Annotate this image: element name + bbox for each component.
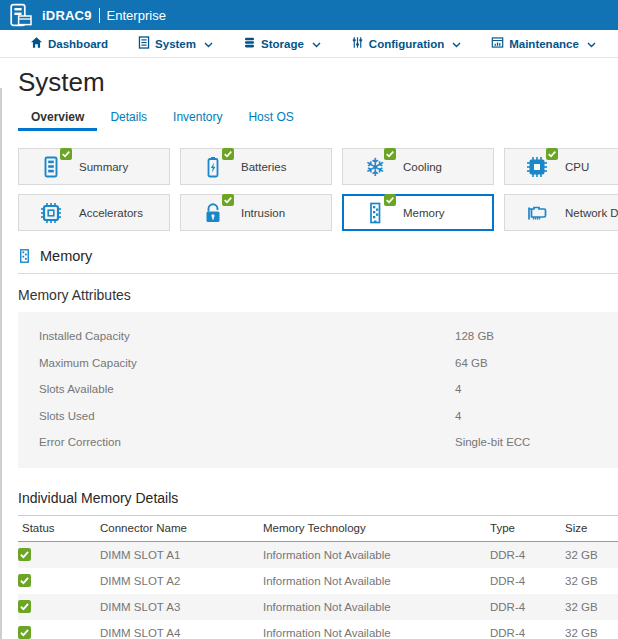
nav-system[interactable]: System: [138, 36, 213, 51]
connector-name: DIMM SLOT A3: [96, 601, 259, 613]
chevron-down-icon: [452, 38, 461, 50]
connector-name: DIMM SLOT A2: [96, 575, 259, 587]
tile-label: Network Devices: [565, 207, 618, 219]
table-header-row: Status Connector Name Memory Technology …: [18, 516, 618, 542]
maintenance-icon: [491, 36, 504, 51]
tab-inventory[interactable]: Inventory: [160, 106, 235, 131]
attribute-value: 64 GB: [455, 357, 618, 369]
idrac-logo-icon: [9, 3, 33, 27]
status-ok-badge: [384, 148, 396, 160]
table-row: DIMM SLOT A2 Information Not Available D…: [18, 568, 618, 594]
status-ok-badge: [60, 148, 72, 160]
tile-network-devices[interactable]: Network Devices: [504, 194, 618, 231]
attribute-label: Error Correction: [18, 436, 455, 448]
brand-name: iDRAC9: [42, 8, 92, 23]
tile-cpu[interactable]: CPU: [504, 148, 618, 185]
section-title: Memory: [40, 248, 92, 264]
attribute-value: 128 GB: [455, 330, 618, 342]
attribute-label: Slots Used: [18, 410, 455, 422]
tile-memory[interactable]: Memory: [342, 194, 494, 231]
attribute-label: Slots Available: [18, 383, 455, 395]
snowflake-icon: ❄: [365, 155, 386, 179]
status-ok-icon: [18, 600, 31, 613]
table-row: DIMM SLOT A1 Information Not Available D…: [18, 542, 618, 568]
configuration-icon: [351, 36, 364, 51]
attribute-value: 4: [455, 383, 618, 395]
col-status: Status: [18, 522, 96, 534]
app-header: iDRAC9 Enterprise: [0, 0, 618, 30]
system-icon: [138, 36, 150, 51]
system-tabs: Overview Details Inventory Host OS: [18, 106, 618, 131]
tile-summary[interactable]: Summary: [18, 148, 170, 185]
tab-host-os[interactable]: Host OS: [235, 106, 306, 131]
tile-accelerators[interactable]: Accelerators: [18, 194, 170, 231]
network-card-icon: [525, 201, 549, 225]
status-ok-badge: [222, 148, 234, 160]
status-ok-badge: [384, 194, 396, 206]
health-tiles: Summary Batteries ❄ Cooling CPU Accelera…: [18, 148, 618, 231]
brand-edition: Enterprise: [107, 8, 166, 23]
status-ok-badge: [222, 194, 234, 206]
tab-details[interactable]: Details: [97, 106, 160, 131]
tile-intrusion[interactable]: Intrusion: [180, 194, 332, 231]
status-ok-icon: [18, 574, 31, 587]
dimm-type: DDR-4: [486, 575, 561, 587]
status-ok-badge: [546, 148, 558, 160]
tile-label: Accelerators: [79, 207, 143, 219]
status-ok-icon: [18, 548, 31, 561]
attribute-label: Maximum Capacity: [18, 357, 455, 369]
nav-configuration[interactable]: Configuration: [351, 36, 461, 51]
main-nav: Dashboard System Storage Configuration M…: [0, 30, 618, 58]
memory-icon: [18, 249, 31, 263]
col-size: Size: [561, 522, 618, 534]
storage-icon: [243, 36, 256, 51]
attribute-row: Error Correction Single-bit ECC: [18, 429, 618, 456]
chevron-down-icon: [587, 38, 596, 50]
table-row: DIMM SLOT A4 Information Not Available D…: [18, 620, 618, 639]
memory-section-header: Memory: [18, 248, 618, 264]
dimm-size: 32 GB: [561, 601, 618, 613]
attribute-value: Single-bit ECC: [455, 436, 618, 448]
attribute-row: Slots Used 4: [18, 403, 618, 430]
col-type: Type: [486, 522, 561, 534]
tile-cooling[interactable]: ❄ Cooling: [342, 148, 494, 185]
attribute-value: 4: [455, 410, 618, 422]
col-memory-technology: Memory Technology: [259, 522, 486, 534]
dimm-size: 32 GB: [561, 575, 618, 587]
nav-dashboard[interactable]: Dashboard: [30, 36, 108, 51]
memory-technology: Information Not Available: [259, 627, 486, 639]
tile-batteries[interactable]: Batteries: [180, 148, 332, 185]
brand-separator: [99, 8, 100, 23]
nav-storage[interactable]: Storage: [243, 36, 321, 51]
connector-name: DIMM SLOT A1: [96, 549, 259, 561]
connector-name: DIMM SLOT A4: [96, 627, 259, 639]
tab-overview[interactable]: Overview: [18, 106, 97, 131]
dimm-type: DDR-4: [486, 601, 561, 613]
memory-technology: Information Not Available: [259, 601, 486, 613]
memory-attributes-panel: Installed Capacity 128 GB Maximum Capaci…: [18, 312, 618, 468]
tile-label: Intrusion: [241, 207, 285, 219]
attribute-row: Installed Capacity 128 GB: [18, 323, 618, 350]
table-row: DIMM SLOT A3 Information Not Available D…: [18, 594, 618, 620]
dimm-type: DDR-4: [486, 549, 561, 561]
memory-details-table: Status Connector Name Memory Technology …: [18, 516, 618, 639]
dimm-size: 32 GB: [561, 627, 618, 639]
memory-technology: Information Not Available: [259, 575, 486, 587]
chevron-down-icon: [204, 38, 213, 50]
nav-maintenance[interactable]: Maintenance: [491, 36, 596, 51]
col-connector-name: Connector Name: [96, 522, 259, 534]
memory-technology: Information Not Available: [259, 549, 486, 561]
page-left-edge: [0, 88, 2, 639]
tile-label: Memory: [403, 207, 445, 219]
attributes-title: Memory Attributes: [18, 287, 618, 303]
tile-label: Summary: [79, 161, 128, 173]
attribute-row: Slots Available 4: [18, 376, 618, 403]
chevron-down-icon: [312, 38, 321, 50]
tile-label: Batteries: [241, 161, 286, 173]
attribute-row: Maximum Capacity 64 GB: [18, 350, 618, 377]
home-icon: [30, 36, 43, 51]
attribute-label: Installed Capacity: [18, 330, 455, 342]
dimm-size: 32 GB: [561, 549, 618, 561]
tile-label: CPU: [565, 161, 589, 173]
tile-label: Cooling: [403, 161, 442, 173]
